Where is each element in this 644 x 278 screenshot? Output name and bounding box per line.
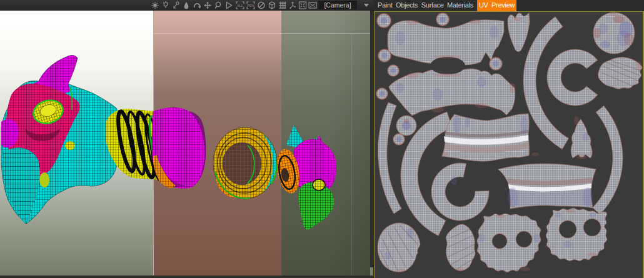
- svg-text:PEN: PEN: [247, 4, 254, 7]
- svg-text:ALL: ALL: [237, 4, 243, 7]
